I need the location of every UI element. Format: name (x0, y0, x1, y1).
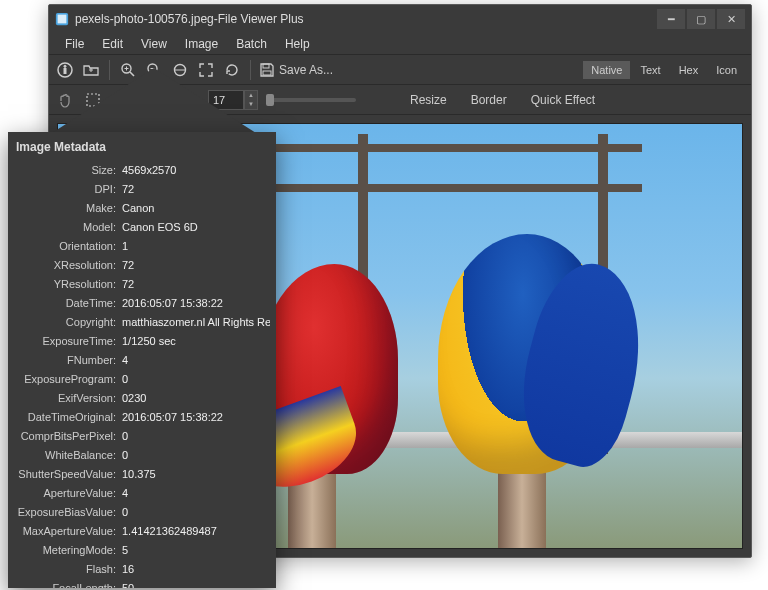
metadata-value: Canon EOS 6D (122, 221, 270, 233)
metadata-row: DPI:72 (14, 179, 270, 198)
metadata-row: FocalLength:50 (14, 578, 270, 588)
metadata-value: 0230 (122, 392, 270, 404)
metadata-value: 1.41421362489487 (122, 525, 270, 537)
metadata-row: ComprBitsPerPixel:0 (14, 426, 270, 445)
menu-view[interactable]: View (133, 35, 175, 53)
metadata-row: ShutterSpeedValue:10.375 (14, 464, 270, 483)
menu-image[interactable]: Image (177, 35, 226, 53)
metadata-value: 50 (122, 582, 270, 589)
metadata-key: Make: (14, 202, 122, 214)
metadata-key: ShutterSpeedValue: (14, 468, 122, 480)
metadata-value: 4 (122, 487, 270, 499)
metadata-value: 0 (122, 506, 270, 518)
metadata-row: ExposureProgram:0 (14, 369, 270, 388)
metadata-key: Size: (14, 164, 122, 176)
zoom-slider-thumb[interactable] (266, 94, 274, 106)
metadata-row: Orientation:1 (14, 236, 270, 255)
metadata-key: ExposureProgram: (14, 373, 122, 385)
zoom-slider[interactable] (266, 98, 356, 102)
menu-batch[interactable]: Batch (228, 35, 275, 53)
metadata-row: ExposureBiasValue:0 (14, 502, 270, 521)
close-button[interactable]: ✕ (717, 9, 745, 29)
view-tab-icon[interactable]: Icon (708, 61, 745, 79)
menu-help[interactable]: Help (277, 35, 318, 53)
metadata-value: 0 (122, 430, 270, 442)
metadata-key: XResolution: (14, 259, 122, 271)
metadata-value: 2016:05:07 15:38:22 (122, 411, 270, 423)
metadata-title: Image Metadata (8, 132, 276, 160)
metadata-key: DateTime: (14, 297, 122, 309)
metadata-callout-arrow (44, 68, 264, 138)
metadata-row: DateTimeOriginal:2016:05:07 15:38:22 (14, 407, 270, 426)
metadata-row: ApertureValue:4 (14, 483, 270, 502)
maximize-button[interactable]: ▢ (687, 9, 715, 29)
save-as-label: Save As... (279, 63, 333, 77)
metadata-key: ExifVersion: (14, 392, 122, 404)
metadata-value: matthiaszomer.nl All Rights Res (122, 316, 270, 328)
metadata-value: 72 (122, 183, 270, 195)
metadata-row: YResolution:72 (14, 274, 270, 293)
metadata-row: Flash:16 (14, 559, 270, 578)
metadata-value: 72 (122, 278, 270, 290)
titlebar[interactable]: pexels-photo-100576.jpeg - File Viewer P… (49, 5, 751, 33)
metadata-key: ComprBitsPerPixel: (14, 430, 122, 442)
metadata-key: Orientation: (14, 240, 122, 252)
metadata-value: 1/1250 sec (122, 335, 270, 347)
metadata-key: MeteringMode: (14, 544, 122, 556)
quick-effect-button[interactable]: Quick Effect (523, 90, 603, 110)
menubar: File Edit View Image Batch Help (49, 33, 751, 55)
metadata-key: WhiteBalance: (14, 449, 122, 461)
metadata-key: FocalLength: (14, 582, 122, 589)
metadata-key: FNumber: (14, 354, 122, 366)
metadata-value: Canon (122, 202, 270, 214)
metadata-value: 10.375 (122, 468, 270, 480)
metadata-value: 72 (122, 259, 270, 271)
metadata-row: WhiteBalance:0 (14, 445, 270, 464)
resize-button[interactable]: Resize (402, 90, 455, 110)
metadata-row: ExifVersion:0230 (14, 388, 270, 407)
metadata-key: ExposureBiasValue: (14, 506, 122, 518)
metadata-row: Make:Canon (14, 198, 270, 217)
metadata-row: FNumber:4 (14, 350, 270, 369)
save-as-button[interactable]: Save As... (259, 62, 333, 78)
metadata-key: MaxApertureValue: (14, 525, 122, 537)
metadata-rows: Size:4569x2570DPI:72Make:CanonModel:Cano… (8, 160, 276, 588)
metadata-key: ExposureTime: (14, 335, 122, 347)
metadata-value: 0 (122, 373, 270, 385)
window-title-app: File Viewer Plus (218, 12, 304, 26)
metadata-row: XResolution:72 (14, 255, 270, 274)
border-button[interactable]: Border (463, 90, 515, 110)
metadata-row: DateTime:2016:05:07 15:38:22 (14, 293, 270, 312)
metadata-value: 2016:05:07 15:38:22 (122, 297, 270, 309)
view-tab-native[interactable]: Native (583, 61, 630, 79)
menu-edit[interactable]: Edit (94, 35, 131, 53)
metadata-panel: Image Metadata Size:4569x2570DPI:72Make:… (8, 132, 276, 588)
view-tab-text[interactable]: Text (632, 61, 668, 79)
metadata-row: Copyright:matthiaszomer.nl All Rights Re… (14, 312, 270, 331)
metadata-key: ApertureValue: (14, 487, 122, 499)
view-mode-tabs: Native Text Hex Icon (583, 61, 745, 79)
svg-point-4 (64, 65, 66, 67)
metadata-row: Size:4569x2570 (14, 160, 270, 179)
view-tab-hex[interactable]: Hex (671, 61, 707, 79)
metadata-value: 0 (122, 449, 270, 461)
metadata-value: 4569x2570 (122, 164, 270, 176)
svg-rect-1 (58, 15, 67, 24)
metadata-value: 5 (122, 544, 270, 556)
app-icon (55, 12, 69, 26)
metadata-row: MaxApertureValue:1.41421362489487 (14, 521, 270, 540)
metadata-row: ExposureTime:1/1250 sec (14, 331, 270, 350)
metadata-value: 16 (122, 563, 270, 575)
svg-rect-15 (263, 71, 271, 75)
metadata-value: 1 (122, 240, 270, 252)
metadata-row: MeteringMode:5 (14, 540, 270, 559)
metadata-key: DateTimeOriginal: (14, 411, 122, 423)
metadata-key: Flash: (14, 563, 122, 575)
image-content (438, 234, 608, 474)
metadata-key: Copyright: (14, 316, 122, 328)
metadata-key: Model: (14, 221, 122, 233)
minimize-button[interactable]: ━ (657, 9, 685, 29)
menu-file[interactable]: File (57, 35, 92, 53)
metadata-key: DPI: (14, 183, 122, 195)
metadata-value: 4 (122, 354, 270, 366)
